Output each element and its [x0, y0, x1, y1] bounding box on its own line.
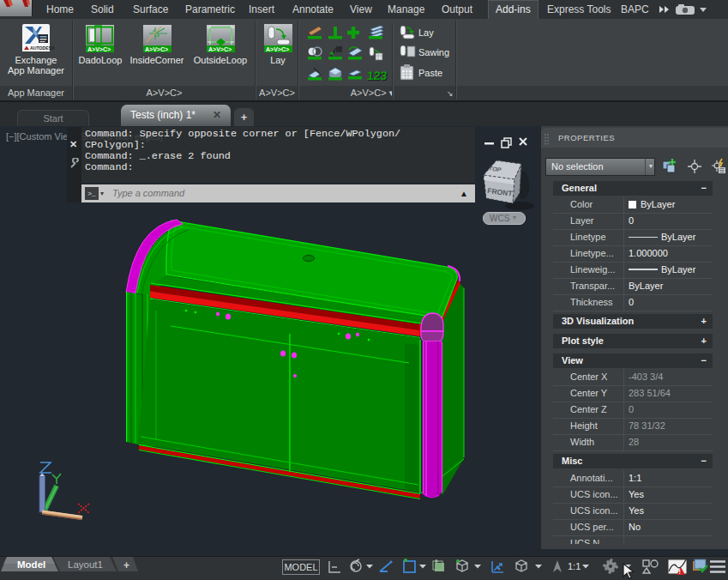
svg-text:Layout1: Layout1 [68, 559, 103, 570]
svg-text:+: + [123, 559, 129, 571]
svg-text:1:1: 1:1 [568, 561, 581, 571]
svg-text:!: ! [679, 569, 681, 575]
svg-text:Model: Model [17, 559, 45, 570]
